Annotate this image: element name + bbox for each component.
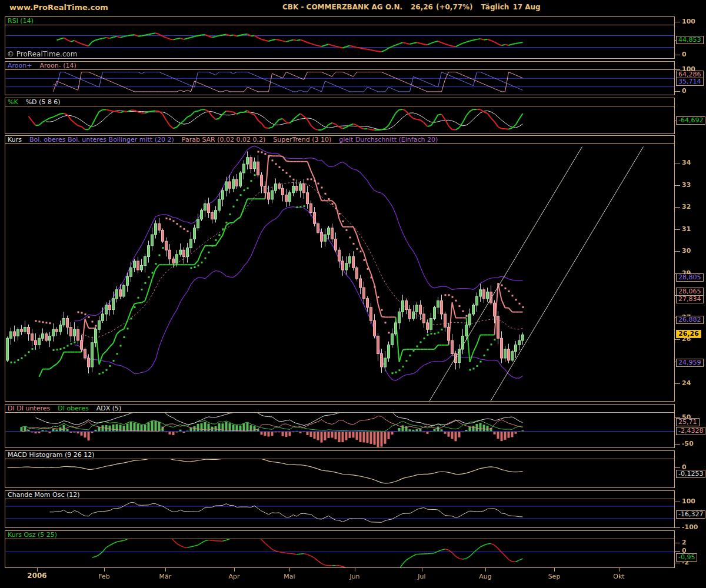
- y-axis-tick: [675, 417, 680, 418]
- y-axis-tick: [675, 551, 680, 552]
- value-box: -0,95: [676, 553, 697, 562]
- panel-macd: MACD Histogram (9 26 12): [5, 450, 675, 488]
- y-axis-tick-label: 24: [682, 380, 691, 387]
- y-axis-tick-label: -50: [682, 440, 694, 447]
- main-indicator-label-0[interactable]: Kurs: [8, 136, 22, 143]
- stoch-chart-canvas[interactable]: [5, 106, 674, 133]
- y-axis-tick-label: 25: [682, 358, 691, 365]
- prorealtime-site-link[interactable]: www.ProRealTime.com: [9, 3, 108, 12]
- x-axis-month-label: Jun: [349, 573, 359, 580]
- x-axis-tick: [485, 568, 486, 572]
- x-axis-tick: [422, 568, 422, 572]
- y-axis-tick: [675, 55, 680, 55]
- x-axis-tick: [165, 568, 166, 572]
- header-last-price: 26,26: [411, 3, 433, 11]
- cmo-label: Chande Mom Osc (12): [5, 491, 674, 499]
- value-box: 28,805: [676, 273, 704, 282]
- header-date: 17 Aug: [512, 3, 540, 11]
- y-axis-tick-label: 0: [682, 547, 687, 554]
- copyright-watermark: © ProRealTime.com: [7, 50, 78, 58]
- x-axis-month-label: Mär: [159, 573, 172, 580]
- rsi-label: RSI (14): [5, 17, 674, 25]
- value-box: 64,286: [676, 71, 704, 79]
- value-box: 26,882: [676, 316, 704, 324]
- y-axis-tick-label: 32: [682, 203, 691, 211]
- y-axis-tick-label: 0: [682, 51, 687, 58]
- y-axis-tick-label: 100: [682, 66, 695, 73]
- y-axis-tick: [675, 229, 680, 230]
- panel-rsi: RSI (14): [5, 16, 675, 59]
- cmo-indicator-label-0[interactable]: Chande Mom Osc (12): [8, 491, 80, 499]
- value-box: 28,065: [676, 288, 704, 296]
- y-axis-tick: [675, 207, 680, 208]
- y-axis-tick: [675, 295, 680, 296]
- panel-di: DI DI unteresDI oberesADX (5): [5, 404, 675, 448]
- y-axis-tick: [675, 362, 680, 362]
- x-axis-month-label: Jul: [418, 573, 425, 580]
- di-indicator-label-1[interactable]: DI oberes: [58, 405, 88, 412]
- last-price-box: 26,26: [676, 330, 701, 338]
- panel-cmo: Chande Mom Osc (12): [5, 490, 675, 528]
- di-indicator-label-0[interactable]: DI DI unteres: [8, 405, 50, 412]
- value-box: 25,71: [676, 418, 700, 426]
- rsi-indicator-label-0[interactable]: RSI (14): [8, 17, 34, 25]
- osz-chart-canvas[interactable]: [5, 539, 674, 567]
- y-axis-tick-label: -100: [682, 524, 698, 531]
- di-chart-canvas[interactable]: [5, 413, 674, 447]
- prorealtime-window: www.ProRealTime.com CBK - COMMERZBANK AG…: [0, 0, 706, 588]
- x-axis-tick: [234, 568, 235, 572]
- macd-chart-canvas[interactable]: [5, 459, 674, 487]
- value-box: -0,1253: [676, 470, 705, 478]
- macd-indicator-label-0[interactable]: MACD Histogram (9 26 12): [8, 451, 95, 459]
- y-axis-tick: [675, 527, 680, 528]
- y-axis-tick: [675, 185, 680, 186]
- aroon-indicator-label-1[interactable]: Aroon- (14): [39, 62, 76, 69]
- osz-indicator-label-0[interactable]: Kurs Osz (5 25): [8, 531, 57, 539]
- y-axis-tick: [675, 163, 680, 163]
- panel-stoch: %K%D (5 8 6): [5, 98, 675, 134]
- y-axis-tick-label: 31: [682, 226, 691, 233]
- panel-aroon: Aroon+Aroon- (14): [5, 61, 675, 95]
- y-axis-tick: [675, 383, 680, 384]
- rsi-chart-canvas[interactable]: [5, 25, 674, 58]
- header-price-change: (+0,77%): [436, 3, 473, 11]
- stoch-indicator-label-0[interactable]: %K: [8, 98, 18, 106]
- y-axis-tick-label: 50: [682, 414, 691, 421]
- y-axis-tick: [675, 339, 680, 340]
- y-axis-tick: [675, 251, 680, 252]
- main-indicator-label-3[interactable]: SuperTrend (3 10): [273, 136, 331, 143]
- y-axis-tick: [675, 40, 680, 41]
- main-label: KursBol. oberes Bol. unteres Bollinger m…: [5, 136, 674, 144]
- y-axis-tick: [675, 543, 680, 543]
- y-axis-tick-label: 26: [682, 336, 691, 343]
- value-box: -16,327: [676, 510, 705, 519]
- main-indicator-label-1[interactable]: Bol. oberes Bol. unteres Bollinger mitt …: [29, 136, 174, 143]
- cmo-chart-canvas[interactable]: [5, 499, 674, 527]
- stoch-label: %K%D (5 8 6): [5, 98, 674, 106]
- y-axis-tick: [675, 69, 680, 70]
- x-axis-month-label: Sep: [548, 573, 561, 580]
- di-indicator-label-2[interactable]: ADX (5): [96, 405, 122, 412]
- y-axis-tick: [675, 273, 680, 274]
- main-indicator-label-4[interactable]: gleit Durchschnitt (Einfach 20): [339, 136, 438, 143]
- value-box: 27,834: [676, 295, 704, 303]
- y-axis-tick-label: 2: [682, 539, 687, 546]
- instrument-name: CBK - COMMERZBANK AG O.N.: [282, 3, 402, 11]
- value-box: 44,853: [676, 36, 704, 44]
- stoch-indicator-label-1[interactable]: %D (5 8 6): [26, 98, 61, 106]
- di-label: DI DI unteresDI oberesADX (5): [5, 405, 674, 413]
- value-box: -64,692: [676, 116, 705, 125]
- value-box: -2,4328: [676, 427, 705, 435]
- aroon-indicator-label-0[interactable]: Aroon+: [8, 62, 32, 69]
- y-axis-tick: [675, 563, 680, 563]
- y-axis-tick-label: -2: [682, 559, 689, 566]
- y-axis-tick-label: 27: [682, 314, 691, 321]
- x-axis-month-label: Apr: [228, 573, 239, 580]
- main-chart-canvas[interactable]: [5, 144, 674, 401]
- aroon-chart-canvas[interactable]: [5, 70, 674, 95]
- y-axis-tick-label: 0: [682, 464, 687, 471]
- x-axis-month-label: Okt: [613, 573, 624, 580]
- y-axis-tick-label: 100: [682, 498, 695, 505]
- main-indicator-label-2[interactable]: Parab SAR (0,02 0,02 0,2): [182, 136, 266, 143]
- x-axis-tick: [104, 568, 105, 572]
